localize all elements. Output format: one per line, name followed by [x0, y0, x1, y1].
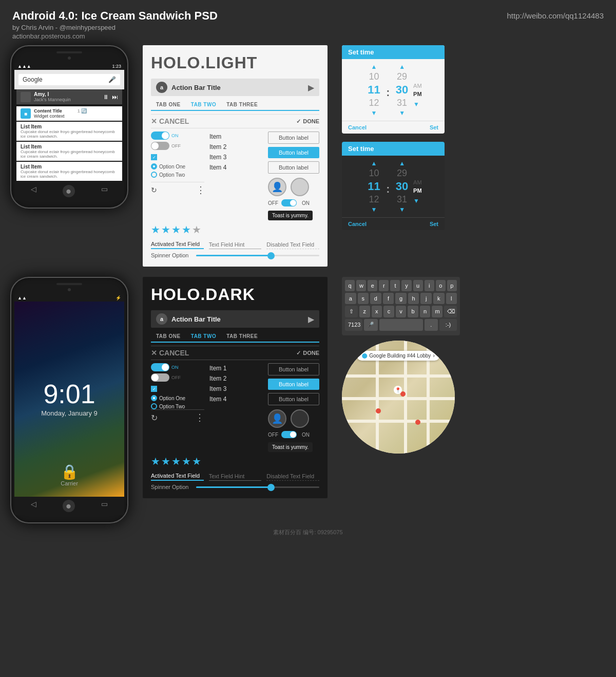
- key-s[interactable]: s: [358, 293, 369, 304]
- hours-down-dark[interactable]: ▼: [371, 206, 377, 213]
- key-p[interactable]: p: [447, 280, 457, 291]
- map-pin-2[interactable]: [376, 408, 381, 413]
- ampm-down-dark[interactable]: ▼: [413, 197, 422, 204]
- lock-icon[interactable]: 🔒: [61, 463, 79, 480]
- am-option-light[interactable]: AM: [413, 82, 422, 89]
- pm-option-light[interactable]: PM: [413, 90, 422, 98]
- dark-mini-switch[interactable]: [281, 431, 297, 438]
- key-m[interactable]: m: [432, 306, 442, 317]
- checkbox-row[interactable]: ✓: [151, 154, 204, 160]
- dark-switch-off[interactable]: OFF: [151, 373, 204, 382]
- key-n[interactable]: n: [420, 306, 431, 317]
- map-location-icon[interactable]: 📍: [394, 386, 402, 394]
- dark-switch-on[interactable]: ON: [151, 363, 204, 371]
- minutes-up-light[interactable]: ▲: [399, 63, 405, 70]
- key-shift[interactable]: ⇧: [345, 306, 358, 317]
- dark-refresh-icon[interactable]: ↻: [151, 413, 158, 423]
- key-w[interactable]: w: [356, 280, 366, 291]
- radio-option-two[interactable]: Option Two: [151, 172, 204, 178]
- key-j[interactable]: j: [420, 293, 432, 304]
- key-a[interactable]: a: [345, 293, 356, 304]
- minutes-down-light[interactable]: ▼: [399, 109, 405, 117]
- key-i[interactable]: i: [425, 280, 434, 291]
- dark-button-outline-1[interactable]: Button label: [268, 363, 319, 375]
- ampm-down-light[interactable]: ▼: [413, 101, 422, 108]
- stars-rating-dark[interactable]: ★ ★ ★ ★ ★: [151, 455, 319, 467]
- recents-nav-icon-2[interactable]: ▭: [101, 500, 108, 512]
- key-t[interactable]: t: [390, 280, 400, 291]
- key-o[interactable]: o: [436, 280, 446, 291]
- hours-down-light[interactable]: ▼: [371, 109, 377, 117]
- dark-checkbox-row[interactable]: ✓: [151, 386, 204, 392]
- key-l[interactable]: l: [446, 293, 457, 304]
- dark-text-field-hint[interactable]: [209, 472, 262, 481]
- key-v[interactable]: v: [396, 306, 407, 317]
- mini-switch[interactable]: [281, 199, 297, 206]
- cancel-time-dark[interactable]: Cancel: [348, 221, 367, 227]
- play-icon[interactable]: ⏸: [103, 93, 109, 101]
- back-nav-icon-2[interactable]: ◁: [31, 500, 36, 512]
- back-nav-icon[interactable]: ◁: [31, 185, 36, 197]
- dark-tab-one[interactable]: TAB ONE: [151, 331, 186, 342]
- dark-list-item-1[interactable]: Item 1: [209, 363, 263, 373]
- button-outline-2[interactable]: Button label: [268, 161, 319, 174]
- dark-button-filled[interactable]: Button label: [268, 379, 319, 390]
- set-time-light-btn[interactable]: Set: [430, 124, 438, 130]
- am-option-dark[interactable]: AM: [413, 179, 422, 186]
- slider-track-light[interactable]: [196, 255, 319, 256]
- list-item-3[interactable]: Item 3: [209, 152, 263, 162]
- action-bar-arrow-icon[interactable]: ▶: [308, 83, 314, 92]
- dark-button-outline-2[interactable]: Button label: [268, 393, 319, 405]
- recents-nav-icon[interactable]: ▭: [101, 185, 108, 197]
- dark-slider-thumb[interactable]: [267, 484, 275, 491]
- dark-list-item-4[interactable]: Item 4: [209, 394, 263, 404]
- home-nav-button[interactable]: ⬤: [63, 185, 75, 197]
- refresh-icon[interactable]: ↻: [151, 186, 157, 194]
- key-d[interactable]: d: [370, 293, 381, 304]
- dark-radio-option-one[interactable]: Option One: [151, 395, 204, 401]
- key-z[interactable]: z: [359, 306, 370, 317]
- dark-slider-track[interactable]: [196, 486, 319, 488]
- key-u[interactable]: u: [413, 280, 423, 291]
- set-time-dark-btn[interactable]: Set: [430, 221, 438, 227]
- key-backspace[interactable]: ⌫: [444, 306, 457, 317]
- dark-radio-option-two[interactable]: Option Two: [151, 403, 204, 409]
- dark-list-item-2[interactable]: Item 2: [209, 373, 263, 384]
- key-h[interactable]: h: [408, 293, 419, 304]
- key-mic[interactable]: 🎤: [364, 319, 378, 331]
- key-enter[interactable]: :-): [439, 319, 457, 331]
- key-q[interactable]: q: [345, 280, 355, 291]
- map-pin-3[interactable]: [415, 420, 420, 425]
- dark-more-icon[interactable]: ⋮: [195, 412, 204, 423]
- done-button[interactable]: ✓ DONE: [296, 117, 319, 125]
- skip-icon[interactable]: ⏭: [112, 93, 118, 101]
- button-filled[interactable]: Button label: [268, 147, 319, 158]
- key-y[interactable]: y: [401, 280, 411, 291]
- button-outline-1[interactable]: Button label: [268, 131, 319, 144]
- hours-up-dark[interactable]: ▲: [371, 160, 377, 167]
- tab-one[interactable]: TAB ONE: [151, 99, 186, 110]
- key-g[interactable]: g: [395, 293, 407, 304]
- pm-option-dark[interactable]: PM: [413, 187, 422, 194]
- key-period[interactable]: .: [425, 319, 438, 331]
- text-field-hint[interactable]: [209, 240, 262, 249]
- cancel-button[interactable]: ✕ CANCEL: [151, 117, 189, 125]
- key-b[interactable]: b: [408, 306, 418, 317]
- key-e[interactable]: e: [368, 280, 377, 291]
- dark-tab-three[interactable]: TAB THREE: [221, 331, 263, 342]
- slider-thumb[interactable]: [267, 252, 275, 259]
- key-x[interactable]: x: [372, 306, 382, 317]
- map-tooltip[interactable]: Google Building #44 Lobby ›: [357, 351, 439, 361]
- tab-three[interactable]: TAB THREE: [221, 99, 263, 110]
- key-c[interactable]: c: [383, 306, 394, 317]
- dark-tab-two[interactable]: TAB TWO: [186, 331, 221, 343]
- stars-rating-light[interactable]: ★ ★ ★ ★ ★: [151, 223, 319, 236]
- minutes-down-dark[interactable]: ▼: [399, 206, 405, 213]
- dark-cancel-button[interactable]: ✕ CANCEL: [151, 349, 189, 357]
- tab-two[interactable]: TAB TWO: [186, 99, 221, 111]
- cancel-time-light[interactable]: Cancel: [348, 124, 367, 130]
- phone1-google-bar[interactable]: Google 🎤: [18, 74, 120, 85]
- map-widget[interactable]: Google Building #44 Lobby › 📍: [342, 341, 455, 454]
- dark-list-item-3[interactable]: Item 3: [209, 384, 263, 394]
- minutes-up-dark[interactable]: ▲: [399, 160, 405, 167]
